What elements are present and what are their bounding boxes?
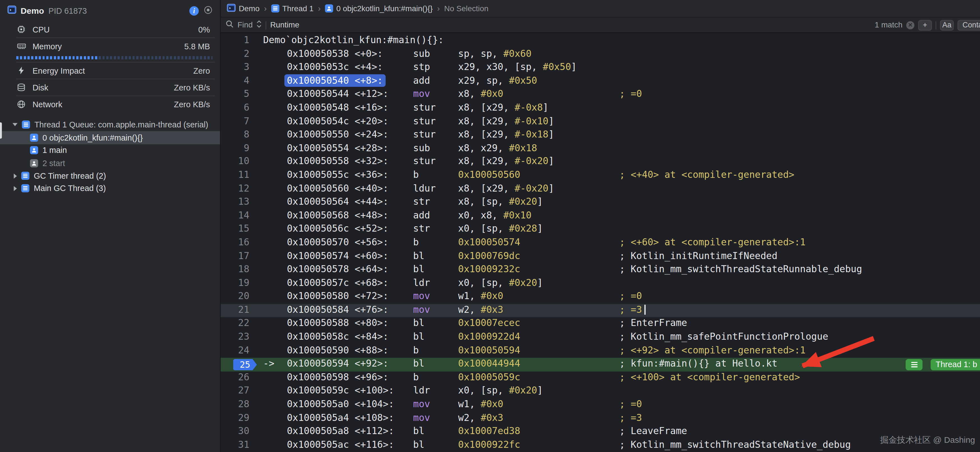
code-line[interactable]: 270x10005059c <+100>:ldrx0, [sp, #0x20] (221, 385, 980, 398)
code-line[interactable]: 180x100050578 <+64>:bl0x10009232c; Kotli… (221, 263, 980, 277)
code-line[interactable]: 140x100050568 <+48>:addx0, x8, #0x10 (221, 210, 980, 223)
code-line[interactable]: 30x10005053c <+4>:stpx29, x30, [sp, #0x5… (221, 61, 980, 75)
code-line[interactable]: 160x100050570 <+56>:b0x100050574; <+60> … (221, 236, 980, 250)
line-number[interactable]: 7 (221, 116, 258, 129)
code-line[interactable]: 280x1000505a0 <+104>:movw1, #0x0; =0 (221, 398, 980, 412)
breadcrumb-item[interactable]: No Selection (444, 4, 488, 13)
line-number[interactable]: 28 (221, 398, 258, 412)
thread-badge[interactable]: Thread 1: b (931, 359, 980, 370)
thread-group-header[interactable]: Thread 1 Queue: com.apple.main-thread (s… (0, 117, 220, 131)
breadcrumb-separator: › (437, 4, 440, 13)
process-row[interactable]: Demo PID 61873 i (0, 0, 220, 21)
code-line[interactable]: 40x100050540 <+8>:addx29, sp, #0x50 (221, 75, 980, 88)
match-mode-button[interactable]: Contains (958, 20, 980, 30)
find-stepper-icon[interactable] (256, 20, 262, 30)
code-line[interactable]: 25->0x100050594 <+92>:bl0x100044944; kfu… (221, 358, 980, 371)
match-case-button[interactable]: Aa (940, 20, 954, 30)
stack-frame[interactable]: 1 main (0, 144, 220, 157)
add-find-button[interactable]: + (918, 20, 932, 30)
breadcrumb-item[interactable]: Thread 1 (271, 4, 314, 13)
code-line[interactable]: 1Demo`objc2kotlin_kfun:#main(){}: (221, 35, 980, 48)
code-line[interactable]: 190x10005057c <+68>:ldrx0, [sp, #0x20] (221, 277, 980, 290)
code-line[interactable]: 80x100050550 <+24>:sturx8, [x29, #-0x18] (221, 129, 980, 142)
info-icon[interactable]: i (189, 6, 199, 15)
line-number[interactable]: 14 (221, 210, 258, 223)
operands: 0x10009232c (458, 263, 619, 275)
line-number[interactable]: 20 (221, 290, 258, 304)
line-number[interactable]: 26 (221, 371, 258, 385)
jump-menu-button[interactable] (906, 359, 923, 370)
line-number[interactable]: 4 (221, 75, 258, 88)
line-number[interactable]: 23 (221, 331, 258, 344)
thread-group[interactable]: GC Timer thread (2) (0, 170, 220, 182)
line-number[interactable]: 3 (221, 61, 258, 75)
sidebar-stat-memory[interactable]: Memory5.8 MB (0, 38, 220, 54)
stat-value: Zero KB/s (174, 100, 210, 109)
line-number[interactable]: 6 (221, 102, 258, 115)
code-line[interactable]: 200x100050580 <+72>:movw1, #0x0; =0 (221, 290, 980, 304)
line-number[interactable]: 16 (221, 236, 258, 250)
line-number[interactable]: 19 (221, 277, 258, 290)
code-line[interactable]: 130x100050564 <+44>:strx8, [sp, #0x20] (221, 196, 980, 209)
code-line[interactable]: 70x10005054c <+20>:sturx8, [x29, #-0x10] (221, 116, 980, 129)
line-number[interactable]: 11 (221, 169, 258, 182)
code-line[interactable]: 170x100050574 <+60>:bl0x1000769dc; Kotli… (221, 250, 980, 263)
code-line[interactable]: 300x1000505a8 <+112>:bl0x10007ed38; Leav… (221, 425, 980, 439)
line-number[interactable]: 1 (221, 35, 258, 48)
line-number[interactable]: 9 (221, 142, 258, 156)
line-number[interactable]: 27 (221, 385, 258, 398)
code-line[interactable]: 110x10005055c <+36>:b0x100050560; <+40> … (221, 169, 980, 182)
code-line[interactable]: 120x100050560 <+40>:ldurx8, [x29, #-0x20… (221, 182, 980, 196)
process-name: Demo (21, 6, 44, 15)
code-line[interactable]: 290x1000505a4 <+108>:movw2, #0x3; =3 (221, 412, 980, 425)
find-scope[interactable]: Runtime (270, 21, 299, 29)
line-number[interactable]: 13 (221, 196, 258, 209)
sidebar-stat-cpu[interactable]: CPU0% (0, 21, 220, 38)
line-number[interactable]: 8 (221, 129, 258, 142)
record-icon[interactable] (204, 5, 213, 16)
line-number[interactable]: 18 (221, 263, 258, 277)
breadcrumb-item[interactable]: 0 objc2kotlin_kfun:#main(){} (325, 4, 433, 13)
operands: x8, [x29, #-0x20] (458, 156, 619, 167)
code-line[interactable]: 220x100050588 <+80>:bl0x10007ecec; Enter… (221, 317, 980, 331)
code-line[interactable]: 240x100050590 <+88>:b0x100050594; <+92> … (221, 344, 980, 358)
line-number[interactable]: 30 (221, 425, 258, 439)
code-line[interactable]: 20x100050538 <+0>:subsp, sp, #0x60 (221, 48, 980, 61)
line-number[interactable]: 21 (221, 304, 258, 317)
code-line[interactable]: 230x10005058c <+84>:bl0x1000922d4; Kotli… (221, 331, 980, 344)
code-line[interactable]: 100x100050558 <+32>:sturx8, [x29, #-0x20… (221, 156, 980, 169)
stack-frame[interactable]: 0 objc2kotlin_kfun:#main(){} (0, 131, 220, 144)
line-number[interactable]: 17 (221, 250, 258, 263)
line-number[interactable]: 5 (221, 88, 258, 102)
line-number[interactable]: 25 (221, 358, 258, 371)
line-number[interactable]: 31 (221, 439, 258, 452)
code-line[interactable]: 50x100050544 <+12>:movx8, #0x0; =0 (221, 88, 980, 102)
stack-frame[interactable]: 2 start (0, 157, 220, 170)
text-cursor (644, 305, 646, 315)
code-line[interactable]: 60x100050548 <+16>:sturx8, [x29, #-0x8] (221, 102, 980, 115)
thread-group[interactable]: Main GC Thread (3) (0, 182, 220, 195)
focus-indicator (0, 122, 2, 139)
chevron-right-icon (14, 186, 17, 191)
line-number[interactable]: 2 (221, 48, 258, 61)
mnemonic: stur (413, 156, 458, 167)
instruction-address: 0x100050588 <+80>: (287, 317, 413, 329)
sidebar-stat-energy-impact[interactable]: Energy ImpactZero (0, 62, 220, 79)
line-number[interactable]: 22 (221, 317, 258, 331)
code-line[interactable]: 150x10005056c <+52>:strx0, [sp, #0x28] (221, 223, 980, 236)
line-number[interactable]: 15 (221, 223, 258, 236)
line-number[interactable]: 10 (221, 156, 258, 169)
find-label[interactable]: Find (237, 21, 253, 29)
close-icon[interactable]: ✕ (906, 21, 915, 29)
code-line[interactable]: 260x100050598 <+96>:b0x10005059c; <+100>… (221, 371, 980, 385)
code-line[interactable]: 90x100050554 <+28>:subx8, x29, #0x18 (221, 142, 980, 156)
operands: x29, x30, [sp, #0x50] (458, 61, 619, 73)
breadcrumb-item[interactable]: Demo (227, 3, 259, 13)
line-number[interactable]: 24 (221, 344, 258, 358)
sidebar-stat-disk[interactable]: DiskZero KB/s (0, 79, 220, 95)
line-number[interactable]: 29 (221, 412, 258, 425)
sidebar-stat-network[interactable]: NetworkZero KB/s (0, 96, 220, 112)
code-line[interactable]: 210x100050584 <+76>:movw2, #0x3; =3 (221, 304, 980, 317)
code-line[interactable]: 310x1000505ac <+116>:bl0x1000922fc; Kotl… (221, 439, 980, 452)
line-number[interactable]: 12 (221, 182, 258, 196)
